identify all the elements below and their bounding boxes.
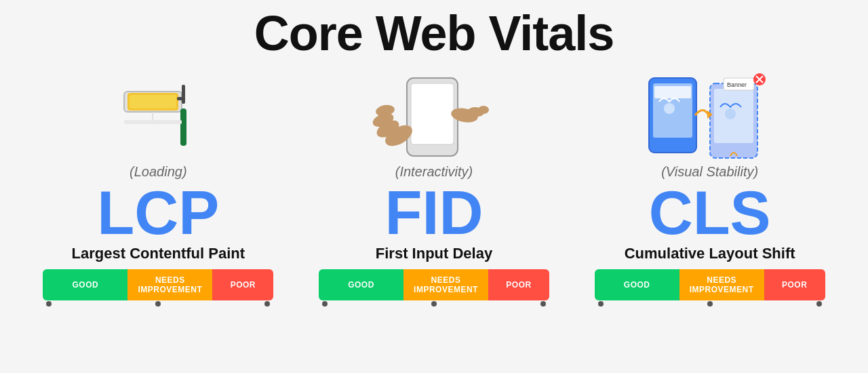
lcp-needs-label: NEEDS IMPROVEMENT [127, 275, 212, 295]
cls-bar-good: GOOD [595, 269, 679, 300]
svg-rect-9 [411, 83, 454, 144]
lcp-bar-poor: POOR [212, 269, 273, 300]
cls-acronym: CLS [649, 182, 771, 243]
vital-card-fid: (Interactivity) FID First Input Delay GO… [305, 68, 563, 307]
fid-poor-label: POOR [506, 280, 531, 290]
lcp-name: Largest Contentful Paint [72, 245, 245, 262]
cls-needs-label: NEEDS IMPROVEMENT [679, 275, 764, 295]
svg-point-19 [664, 103, 675, 114]
lcp-acronym: LCP [97, 182, 219, 243]
fid-acronym: FID [384, 182, 483, 243]
lcp-score-bar: GOOD NEEDS IMPROVEMENT POOR [43, 269, 273, 300]
fid-dots [319, 301, 549, 307]
vitals-row: (Loading) LCP Largest Contentful Paint G… [0, 68, 868, 373]
vital-card-cls: Banner (Visual Stability) CLS Cumulative… [581, 68, 839, 307]
cls-name: Cumulative Layout Shift [625, 245, 795, 262]
lcp-dots [43, 301, 273, 307]
cls-icon: Banner [635, 68, 785, 163]
fid-name: First Input Delay [376, 245, 492, 262]
svg-text:Banner: Banner [727, 81, 747, 88]
fid-bar-needs: NEEDS IMPROVEMENT [403, 269, 488, 300]
fid-needs-label: NEEDS IMPROVEMENT [403, 275, 488, 295]
page: Core Web Vitals [0, 0, 868, 373]
svg-point-23 [725, 109, 736, 119]
lcp-good-label: GOOD [72, 280, 98, 290]
fid-good-label: GOOD [348, 280, 374, 290]
svg-point-16 [478, 106, 489, 114]
lcp-poor-label: POOR [231, 280, 256, 290]
fid-bar-good: GOOD [319, 269, 403, 300]
fid-score-bar: GOOD NEEDS IMPROVEMENT POOR [319, 269, 549, 300]
svg-rect-4 [182, 85, 185, 104]
fid-bar-poor: POOR [488, 269, 549, 300]
cls-poor-label: POOR [782, 280, 807, 290]
svg-rect-20 [654, 86, 691, 98]
vital-card-lcp: (Loading) LCP Largest Contentful Paint G… [29, 68, 287, 307]
lcp-icon [117, 68, 199, 163]
svg-rect-5 [180, 109, 186, 146]
page-title: Core Web Vitals [254, 5, 614, 61]
svg-rect-2 [130, 95, 176, 109]
lcp-subtitle: (Loading) [130, 164, 187, 180]
lcp-bar-good: GOOD [43, 269, 127, 300]
lcp-bar-needs: NEEDS IMPROVEMENT [127, 269, 212, 300]
cls-bar-needs: NEEDS IMPROVEMENT [679, 269, 764, 300]
cls-dots [595, 301, 825, 307]
cls-score-bar: GOOD NEEDS IMPROVEMENT POOR [595, 269, 825, 300]
fid-icon [359, 68, 509, 163]
cls-subtitle: (Visual Stability) [661, 164, 758, 180]
cls-good-label: GOOD [624, 280, 650, 290]
cls-bar-poor: POOR [764, 269, 825, 300]
fid-subtitle: (Interactivity) [395, 164, 473, 180]
svg-rect-7 [124, 120, 182, 124]
